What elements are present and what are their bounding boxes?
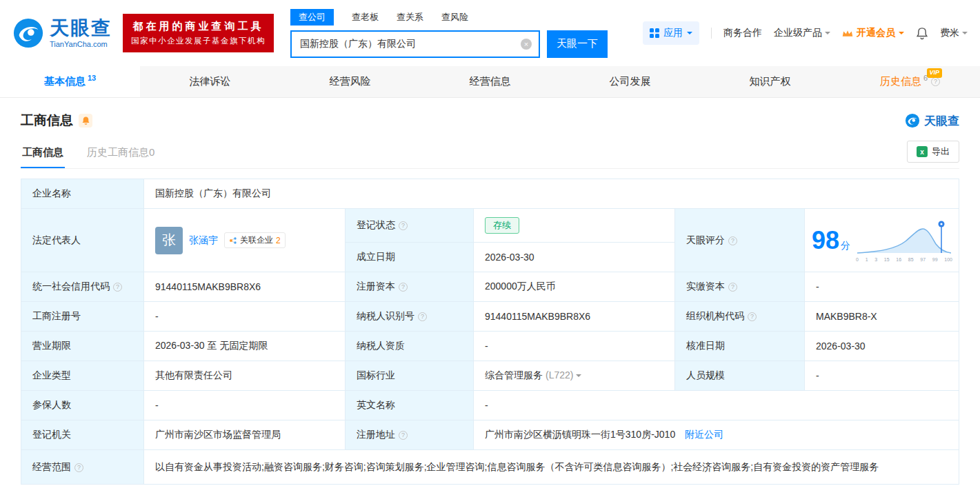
- vip-badge: VIP: [927, 68, 943, 78]
- apps-grid-icon: [650, 28, 659, 38]
- tab-count: 13: [88, 74, 96, 82]
- chevron-down-icon[interactable]: [576, 374, 581, 380]
- help-icon[interactable]: [113, 283, 122, 292]
- help-icon[interactable]: [399, 283, 408, 292]
- legal-rep-avatar[interactable]: 张: [155, 227, 183, 254]
- tab-legal-proceedings[interactable]: 法律诉讼: [140, 66, 280, 97]
- chevron-down-icon: [899, 32, 904, 37]
- tab-history-info[interactable]: VIP 历史信息 6: [840, 66, 980, 97]
- top-header: 天眼查 TianYanCha.com 都在用的商业查询工具 国家中小企业发展子基…: [0, 0, 980, 66]
- monitor-bell-icon[interactable]: [79, 114, 92, 128]
- search-tab-company[interactable]: 查公司: [290, 9, 334, 26]
- tianyancha-logo-icon: [12, 17, 44, 49]
- tab-label: 基本信息: [44, 75, 86, 88]
- section-title: 工商信息: [21, 112, 73, 130]
- chevron-down-icon: [687, 32, 692, 37]
- tab-operation-info[interactable]: 经营信息: [420, 66, 560, 97]
- field-label-company-type: 企业类型: [21, 361, 144, 391]
- business-info-table: 企业名称 国新控股（广东）有限公司 法定代表人 张 张涵宇 关联: [21, 179, 959, 485]
- help-icon[interactable]: [399, 431, 408, 440]
- field-value-approve-date: 2026-03-30: [805, 332, 959, 361]
- tab-label: 经营信息: [470, 75, 511, 88]
- field-label-establish-date: 成立日期: [346, 243, 474, 272]
- field-value-credit-code: 91440115MAKB9BR8X6: [144, 272, 346, 302]
- export-button[interactable]: 导出: [907, 141, 959, 163]
- main-nav-tabs: 基本信息 13 法律诉讼 经营风险 经营信息 公司发展 知识产权 VIP 历史信…: [0, 66, 980, 98]
- export-label: 导出: [932, 145, 950, 158]
- field-value-legal-rep: 张 张涵宇 关联企业 2: [144, 209, 346, 272]
- field-value-scope: 以自有资金从事投资活动;融资咨询服务;财务咨询;咨询策划服务;企业管理咨询;信息…: [144, 450, 959, 485]
- field-label-credit-code: 统一社会信用代码: [21, 272, 144, 302]
- subtab-business-info[interactable]: 工商信息: [21, 142, 65, 168]
- tab-basic-info[interactable]: 基本信息 13: [0, 66, 140, 97]
- field-label-insured: 参保人数: [21, 391, 144, 420]
- help-icon[interactable]: [748, 312, 757, 321]
- field-value-paid-capital: -: [805, 272, 959, 302]
- search-tab-risk[interactable]: 查风险: [441, 9, 468, 26]
- search-tab-boss[interactable]: 查老板: [352, 9, 379, 26]
- table-row: 参保人数 - 英文名称 -: [21, 391, 959, 420]
- notification-bell-icon[interactable]: [916, 27, 928, 40]
- help-icon[interactable]: [74, 463, 83, 472]
- score-axis-tick: 85: [908, 257, 914, 262]
- score-value: 98分: [812, 226, 850, 255]
- field-label-staff-size: 人员规模: [675, 361, 805, 391]
- clear-search-icon[interactable]: [521, 39, 532, 50]
- score-axis-tick: 15: [884, 257, 890, 262]
- field-value-insured: -: [144, 391, 346, 420]
- help-icon[interactable]: [728, 283, 737, 292]
- search-area: 查公司 查老板 查关系 查风险 天眼一下: [290, 9, 608, 58]
- subtab-history-business-info[interactable]: 历史工商信息0: [86, 142, 156, 168]
- score-axis-tick: 99: [932, 257, 938, 262]
- tab-count: 6: [923, 74, 928, 82]
- logo-title: 天眼查: [50, 19, 112, 38]
- apps-label: 应用: [663, 27, 683, 39]
- help-icon[interactable]: [399, 221, 408, 230]
- menu-user-account[interactable]: 费米: [940, 27, 968, 39]
- field-value-staff-size: -: [805, 361, 959, 391]
- tab-label: 历史信息: [880, 75, 921, 88]
- related-companies-label: 关联企业: [240, 234, 273, 246]
- menu-business-cooperation[interactable]: 商务合作: [723, 27, 762, 39]
- field-value-reg-status: 存续: [474, 209, 675, 243]
- tab-company-development[interactable]: 公司发展: [560, 66, 700, 97]
- crown-icon: [842, 29, 853, 38]
- field-value-company-type: 其他有限责任公司: [144, 361, 346, 391]
- network-icon: [229, 236, 237, 245]
- field-label-scope: 经营范围: [21, 450, 144, 485]
- tianyancha-logo[interactable]: 天眼查 TianYanCha.com: [12, 17, 112, 49]
- field-value-reg-no: -: [144, 302, 346, 332]
- field-value-industry[interactable]: 综合管理服务(L722): [474, 361, 675, 391]
- legal-rep-name-link[interactable]: 张涵宇: [189, 234, 218, 247]
- score-axis-tick: 16: [896, 257, 901, 262]
- field-value-address: 广州市南沙区横沥镇明珠一街1号310房-J010 附近公司: [474, 420, 959, 450]
- field-label-reg-status: 登记状态: [346, 209, 474, 243]
- tab-intellectual-property[interactable]: 知识产权: [700, 66, 840, 97]
- field-label-legal-rep: 法定代表人: [21, 209, 144, 272]
- tab-operation-risk[interactable]: 经营风险: [280, 66, 420, 97]
- field-label-reg-no: 工商注册号: [21, 302, 144, 332]
- nearby-companies-link[interactable]: 附近公司: [685, 429, 723, 440]
- help-icon[interactable]: [418, 312, 427, 321]
- field-value-company-name: 国新控股（广东）有限公司: [144, 179, 959, 209]
- field-label-approve-date: 核准日期: [675, 332, 805, 361]
- slogan-banner: 都在用的商业查询工具 国家中小企业发展子基金旗下机构: [123, 14, 274, 52]
- search-button[interactable]: 天眼一下: [547, 30, 608, 58]
- table-row: 企业名称 国新控股（广东）有限公司: [21, 179, 959, 209]
- section-header: 工商信息 天眼查: [21, 112, 959, 130]
- score-axis-tick: 0: [856, 257, 859, 262]
- menu-open-vip[interactable]: 开通会员: [842, 27, 904, 39]
- search-input-box: [290, 30, 540, 58]
- status-badge: 存续: [485, 217, 519, 234]
- search-input[interactable]: [292, 39, 521, 50]
- industry-code: (L722): [546, 369, 573, 381]
- help-icon[interactable]: [931, 77, 940, 86]
- menu-enterprise-products[interactable]: 企业级产品: [774, 27, 830, 39]
- apps-button[interactable]: 应用: [643, 21, 699, 45]
- corner-brand-logo: 天眼查: [905, 113, 959, 129]
- search-tab-relation[interactable]: 查关系: [397, 9, 423, 26]
- related-companies-badge[interactable]: 关联企业 2: [224, 232, 286, 248]
- related-companies-count: 2: [276, 236, 281, 245]
- score-axis-tick: 1: [866, 257, 868, 262]
- help-icon[interactable]: [728, 236, 737, 245]
